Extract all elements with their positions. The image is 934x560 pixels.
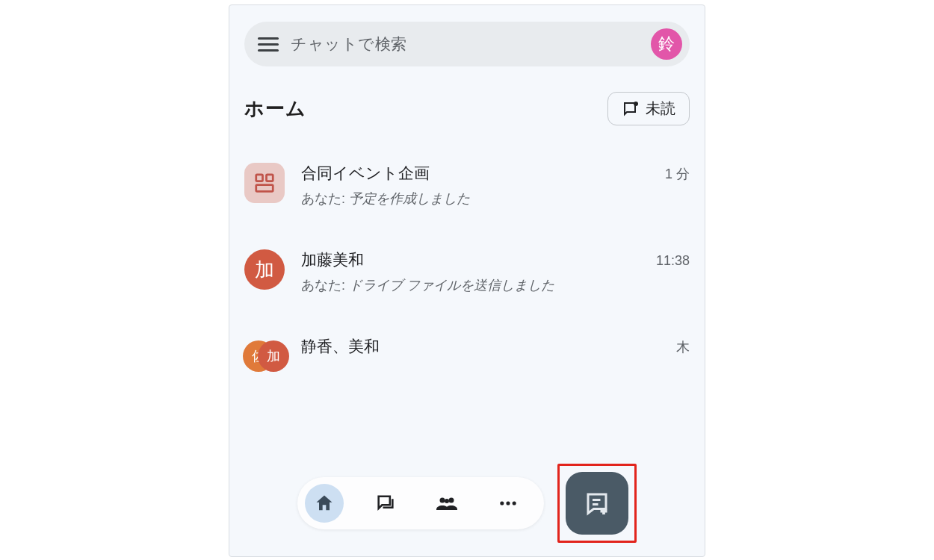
- fab-highlight-frame: [557, 464, 637, 543]
- chat-icon: [375, 493, 396, 514]
- unread-filter-chip[interactable]: 未読: [607, 92, 690, 125]
- people-icon: [435, 493, 459, 514]
- group-avatar: 佐 加: [244, 336, 285, 376]
- chat-title: 合同イベント企画: [301, 163, 430, 184]
- account-avatar[interactable]: 鈴: [651, 28, 682, 60]
- svg-point-4: [440, 498, 445, 503]
- chat-row[interactable]: 加 加藤美和 11:38 あなた: ドライブ ファイルを送信しました: [229, 239, 705, 305]
- more-icon: [498, 493, 519, 514]
- chat-time: 11:38: [656, 253, 690, 269]
- chat-row[interactable]: 佐 加 静香、美和 木: [229, 326, 705, 387]
- chat-preview: あなた: 予定を作成しました: [301, 190, 690, 208]
- unread-chat-icon: [622, 100, 640, 118]
- chat-title: 加藤美和: [301, 249, 364, 270]
- nav-more-button[interactable]: [489, 484, 528, 523]
- new-chat-fab[interactable]: [566, 472, 628, 535]
- menu-icon[interactable]: [258, 34, 279, 55]
- svg-point-7: [500, 501, 504, 505]
- bottom-navigation: [229, 464, 705, 543]
- chat-body: 合同イベント企画 1 分 あなた: 予定を作成しました: [301, 163, 690, 208]
- chat-preview: あなた: ドライブ ファイルを送信しました: [301, 276, 690, 294]
- svg-point-5: [449, 498, 454, 503]
- app-frame: チャットで検索 鈴 ホーム 未読: [229, 4, 705, 557]
- svg-point-9: [513, 501, 516, 505]
- home-icon: [314, 493, 335, 514]
- section-header: ホーム 未読: [244, 92, 690, 125]
- chat-body: 加藤美和 11:38 あなた: ドライブ ファイルを送信しました: [301, 249, 690, 294]
- search-placeholder: チャットで検索: [291, 34, 651, 55]
- space-avatar: [244, 163, 285, 203]
- chat-time: 木: [676, 338, 690, 356]
- svg-point-6: [445, 499, 449, 503]
- chat-time: 1 分: [665, 165, 690, 183]
- nav-pill: [297, 477, 544, 529]
- svg-rect-3: [256, 185, 273, 192]
- chat-title: 静香、美和: [301, 336, 380, 357]
- nav-home-button[interactable]: [305, 484, 344, 523]
- svg-rect-2: [267, 175, 273, 181]
- chat-list: 合同イベント企画 1 分 あなた: 予定を作成しました 加 加藤美和 11:38…: [229, 152, 705, 387]
- new-chat-icon: [584, 490, 610, 517]
- svg-point-8: [506, 501, 510, 505]
- search-bar[interactable]: チャットで検索 鈴: [244, 22, 690, 66]
- chat-body: 静香、美和 木: [301, 336, 690, 357]
- chat-row[interactable]: 合同イベント企画 1 分 あなた: 予定を作成しました: [229, 152, 705, 218]
- nav-chat-button[interactable]: [366, 484, 405, 523]
- page-title: ホーム: [244, 96, 306, 122]
- svg-point-0: [634, 102, 638, 106]
- user-avatar: 加: [244, 249, 285, 290]
- nav-spaces-button[interactable]: [427, 484, 466, 523]
- svg-rect-1: [256, 175, 263, 181]
- unread-chip-label: 未読: [646, 99, 675, 119]
